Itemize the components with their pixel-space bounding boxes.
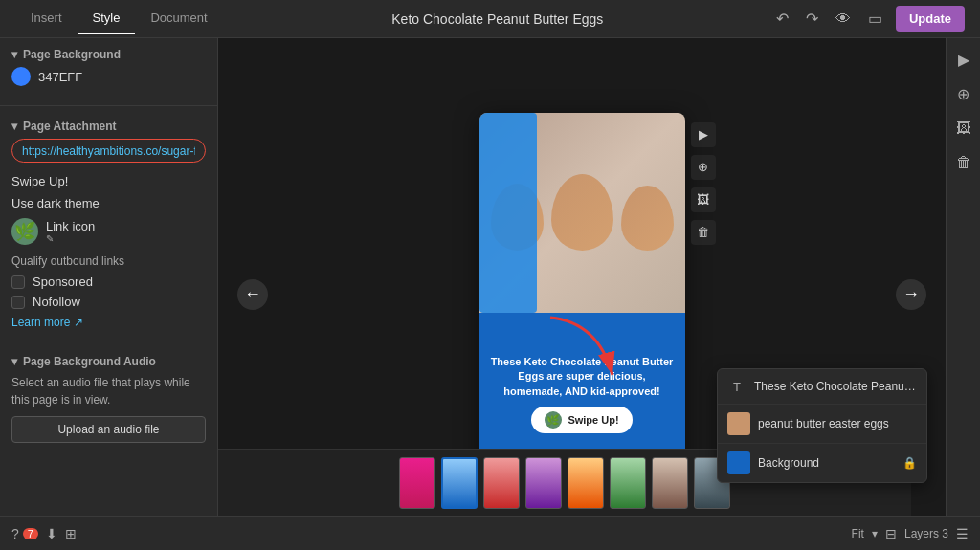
nofollow-checkbox-row[interactable]: Nofollow [11,292,206,312]
present-button[interactable]: ▭ [864,6,886,32]
page-title: Keto Chocolate Peanut Butter Eggs [223,11,772,27]
questions-button[interactable]: ? 7 [11,526,38,541]
swipe-up-option[interactable]: Swipe Up! [11,170,206,192]
tab-group: Insert Style Document [15,3,223,34]
thumbnail-6[interactable] [610,457,646,509]
qualify-outbound-label: Qualify outbound links [11,254,206,268]
layers-toggle-button[interactable]: ☰ [956,526,969,541]
layers-item-background[interactable]: Background 🔒 [718,444,926,482]
bottom-bar: ? 7 ⬇ ⊞ Fit ▾ ⊟ Layers 3 ☰ [0,516,980,550]
topbar: Insert Style Document Keto Chocolate Pea… [0,0,980,38]
add-element-button[interactable]: ⊕ [691,155,716,180]
story-photo-area [479,113,685,313]
lock-icon: 🔒 [902,456,917,470]
external-link-icon: ↗ [74,316,83,329]
swipe-up-button[interactable]: 🌿 Swipe Up! [531,407,632,433]
background-color-swatch[interactable] [11,67,31,86]
nofollow-label: Nofollow [33,295,80,309]
nofollow-checkbox[interactable] [11,296,25,309]
bg-layer-thumb [727,451,750,474]
sponsored-checkbox[interactable] [11,275,25,289]
tab-insert[interactable]: Insert [15,3,78,34]
download-button[interactable]: ⬇ [46,526,57,541]
fit-chevron[interactable]: ▾ [872,527,878,540]
swipe-up-label: Swipe Up! [568,414,618,426]
prev-page-button[interactable]: ← [237,279,268,310]
sponsored-label: Sponsored [33,275,93,289]
left-panel: ▾ Page Background 347EFF ▾ Page Attachme… [0,38,218,550]
preview-button[interactable]: 👁 [832,7,855,32]
bottom-right-actions: Fit ▾ ⊟ Layers 3 ☰ [852,526,969,541]
story-wrapper: These Keto Chocolate Peanut Butter Eggs … [479,113,685,476]
story-body-text: These Keto Chocolate Peanut Butter Eggs … [489,355,676,399]
right-tool-2[interactable]: ⊕ [950,80,977,107]
redo-button[interactable]: ↷ [802,6,822,32]
delete-tool-button[interactable]: 🗑 [691,220,716,245]
thumbnail-7[interactable] [652,457,688,509]
audio-section-label: Page Background Audio [23,355,156,368]
divider-1 [0,105,217,106]
dark-theme-option[interactable]: Use dark theme [11,192,206,214]
page-attachment-content: Swipe Up! Use dark theme 🌿 Link icon ✎ Q… [0,139,217,337]
color-row: 347EFF [11,67,206,86]
learn-more-label: Learn more [11,316,70,329]
thumbnail-5[interactable] [568,457,604,509]
page-background-section-header[interactable]: ▾ Page Background [0,38,217,67]
upload-audio-button[interactable]: Upload an audio file [11,416,206,443]
layers-item-text-label: These Keto Chocolate Peanut ... [754,380,917,393]
undo-button[interactable]: ↶ [772,6,792,32]
fit-label[interactable]: Fit [852,527,864,540]
egg-2 [551,174,613,251]
right-tool-1[interactable]: ▶ [950,46,977,73]
grid-view-button[interactable]: ⊟ [885,526,897,541]
sponsored-checkbox-row[interactable]: Sponsored [11,272,206,292]
divider-2 [0,341,217,341]
audio-description: Select an audio file that plays while th… [11,374,206,408]
learn-more-link[interactable]: Learn more ↗ [11,316,206,329]
thumbnail-2[interactable] [441,457,478,509]
thumbnail-1[interactable] [399,457,435,509]
next-page-button[interactable]: → [896,279,926,310]
thumbnail-4[interactable] [525,457,562,509]
image-tool-button[interactable]: 🖼 [691,187,716,212]
link-icon-avatar[interactable]: 🌿 [11,218,38,245]
layers-item-text[interactable]: T These Keto Chocolate Peanut ... [718,369,926,405]
topbar-actions: ↶ ↷ 👁 ▭ Update [772,6,965,32]
text-layer-icon: T [727,377,746,396]
layers-item-image[interactable]: peanut butter easter eggs [718,405,926,444]
blue-tool-shape [479,113,537,313]
right-tool-3[interactable]: 🖼 [950,115,977,142]
question-icon: ? [11,526,19,541]
story-photo-background [479,113,685,313]
audio-section-header[interactable]: ▾ Page Background Audio [0,345,217,374]
background-color-label: 347EFF [38,70,82,84]
egg-3 [621,186,674,251]
tab-style[interactable]: Style [78,3,136,34]
url-input[interactable] [22,144,195,158]
link-icon-label: Link icon [46,219,95,233]
grid-button[interactable]: ⊞ [65,526,77,541]
image-layer-thumb [727,412,750,435]
questions-count: 7 [23,528,38,539]
thumbnail-3[interactable] [483,457,520,509]
chevron-down-icon-2: ▾ [11,120,17,133]
tab-document[interactable]: Document [135,3,222,34]
layers-popup: T These Keto Chocolate Peanut ... peanut… [717,368,927,483]
right-panel: ▶ ⊕ 🖼 🗑 [946,38,980,550]
update-button[interactable]: Update [896,6,965,32]
page-background-content: 347EFF [0,67,217,101]
swipe-btn-icon: 🌿 [545,411,562,429]
play-tool-button[interactable]: ▶ [691,122,716,147]
chevron-down-icon: ▾ [11,48,17,61]
url-input-wrap[interactable] [11,139,206,163]
bottom-left-actions: ? 7 ⬇ ⊞ [11,526,77,541]
layers-label[interactable]: Layers 3 [904,527,948,540]
page-attachment-section-header[interactable]: ▾ Page Attachment [0,110,217,139]
page-background-label: Page Background [23,48,121,61]
right-tool-4[interactable]: 🗑 [950,149,977,176]
layers-item-image-label: peanut butter easter eggs [758,417,917,430]
story-card[interactable]: These Keto Chocolate Peanut Butter Eggs … [479,113,685,476]
chevron-down-icon-3: ▾ [11,355,17,368]
link-icon-edit-btn[interactable]: ✎ [46,233,95,244]
page-attachment-label: Page Attachment [23,120,117,133]
